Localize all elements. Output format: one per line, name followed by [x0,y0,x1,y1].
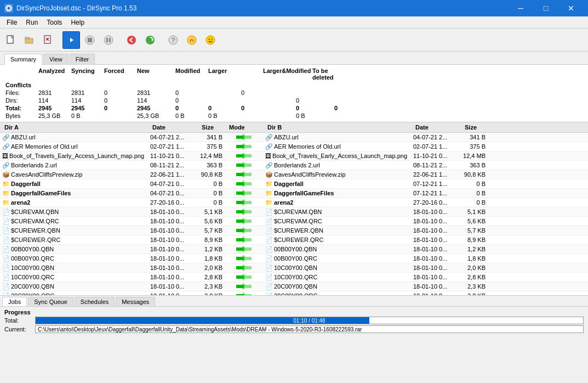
file-name-a: 📄10C00Y00.QRC [0,273,148,281]
file-size-b: 8,9 KB [460,236,488,244]
file-size-b: 2,8 KB [460,273,488,281]
table-row[interactable]: 📄$CUREWER.QRC 18-01-10 0... 8,9 KB 📄$CUR… [0,235,588,245]
file-size-a: 12,4 MB [197,152,225,160]
menu-help[interactable]: Help [66,18,89,27]
minimize-button[interactable]: ─ [508,0,533,16]
sync-arrow [225,198,263,207]
svg-marker-36 [243,199,252,206]
bottom-tab-schedules[interactable]: Schedules [75,297,115,306]
file-name-b: 📄10C00Y00.QRC [263,273,411,281]
col-date-a: Date [150,123,199,131]
tab-filter[interactable]: Filter [70,54,95,64]
file-name-a: 📄00B00Y00.QRC [0,255,148,263]
files-modified: 0 [174,89,207,97]
table-row[interactable]: 🔗AER Memories of Old.url 02-07-21 1... 3… [0,142,588,151]
file-size-a: 5,7 KB [197,227,225,234]
bottom-tab-messages[interactable]: Messages [116,297,155,306]
file-name-b: 📄$CUREVAM.QBN [263,208,411,216]
file-date-a: 11-10-21 0... [148,152,197,160]
table-row[interactable]: 📄20C00Y00.QBN 18-01-10 0... 2,3 KB 📄20C0… [0,282,588,291]
summary-grid: Analyzed Syncing Forced New Modified Lar… [4,67,584,89]
svg-point-20 [212,38,213,40]
table-row[interactable]: 🖼Book_of_Travels_Early_Access_Launch_map… [0,151,588,161]
sync-arrow [225,207,263,216]
file-date-b: 18-01-10 0... [411,227,460,234]
table-row[interactable]: 📄20C00Y00.QRC 18-01-10 0... 2,8 KB 📄20C0… [0,291,588,295]
svg-marker-24 [243,143,252,150]
menu-tools[interactable]: Tools [42,18,66,27]
table-row[interactable]: 📁DaggerfallGameFiles 04-07-21 0... 0 B 📁… [0,189,588,198]
tab-summary[interactable]: Summary [4,54,42,65]
app-icon [4,4,13,13]
file-size-b: 0 B [460,199,488,206]
maximize-button[interactable]: □ [533,0,558,16]
table-row[interactable]: 📄$CUREWER.QBN 18-01-10 0... 5,7 KB 📄$CUR… [0,226,588,235]
file-date-b: 11-10-21 0... [411,152,460,160]
bottom-tab-syncqueue[interactable]: Sync Queue [28,297,73,306]
col-size-b: Size [463,123,490,131]
table-row[interactable]: 📄00B00Y00.QRC 18-01-10 0... 1,8 KB 📄00B0… [0,254,588,263]
refresh-button[interactable] [141,31,159,49]
dirs-analyzed: 114 [37,97,70,104]
close-button[interactable]: ✕ [558,0,584,16]
sync-arrow [225,263,263,272]
file-name-a: 📁DaggerfallGameFiles [0,189,148,198]
sync-arrow [225,133,263,142]
stop-button[interactable] [81,31,99,49]
new-button[interactable] [2,31,20,49]
progress-area: Progress Total: 01:10 / 01:48 Current: C… [0,307,588,335]
svg-marker-22 [243,134,252,140]
svg-rect-9 [88,38,92,42]
open-button[interactable] [21,31,38,49]
col-date-b: Date [413,123,463,131]
svg-point-10 [104,36,113,44]
files-analyzed: 2831 [37,89,70,97]
table-row[interactable]: 📁Daggerfall 04-07-21 0... 0 B 📁Daggerfal… [0,179,588,189]
table-row[interactable]: 📄10C00Y00.QBN 18-01-10 0... 2,0 KB 📄10C0… [0,263,588,273]
table-row[interactable]: 📦CavesAndCliffsPreview.zip 22-06-21 1...… [0,170,588,179]
file-date-b: 08-11-21 2... [411,161,460,169]
table-row[interactable]: 🔗ABZU.url 04-07-21 2... 341 B 🔗ABZU.url … [0,133,588,142]
file-list-area: Dir A Date Size Mode Dir B Date Size 🔗AB… [0,122,588,295]
table-row[interactable]: 📄$CUREVAM.QRC 18-01-10 0... 5,6 KB 📄$CUR… [0,217,588,226]
bottom-tab-jobs[interactable]: Jobs [2,297,27,306]
menu-file[interactable]: File [2,18,21,27]
dirs-forced: 0 [103,97,136,104]
current-label: Current: [4,326,32,333]
summary-header-analyzed: Analyzed [37,67,70,81]
smiley-button[interactable] [202,31,219,49]
about-button[interactable] [183,31,201,49]
table-row[interactable]: 📄10C00Y00.QRC 18-01-10 0... 2,8 KB 📄10C0… [0,273,588,282]
file-name-b: 📄$CUREVAM.QRC [263,217,411,226]
run-button[interactable] [62,31,80,49]
svg-marker-32 [243,181,252,187]
file-list-body[interactable]: 🔗ABZU.url 04-07-21 2... 341 B 🔗ABZU.url … [0,133,588,295]
help-button[interactable]: ? [164,31,182,49]
bytes-largerm [240,112,295,120]
current-path-display: C:\Users\antoi\Desktop\Jeux\Daggerfall\D… [35,325,584,333]
menu-run[interactable]: Run [21,18,42,27]
sync-arrow [225,170,263,179]
pause-button[interactable] [100,31,117,49]
svg-rect-11 [106,38,108,42]
table-row[interactable]: 🔗Borderlands 2.url 08-11-21 2... 363 B 🔗… [0,161,588,170]
total-larger: 0 [207,104,240,112]
file-date-a: 18-01-10 0... [148,227,197,234]
file-size-b: 1,8 KB [460,255,488,262]
close-doc-button[interactable] [39,31,57,49]
total-syncing: 2945 [70,104,103,112]
table-row[interactable]: 📁arena2 27-20-16 0... 0 B 📁arena2 27-20-… [0,198,588,207]
dirs-conflicts [333,97,372,104]
file-date-b: 18-01-10 0... [411,292,460,295]
table-row[interactable]: 📄$CUREVAM.QBN 18-01-10 0... 5,1 KB 📄$CUR… [0,207,588,217]
tab-view[interactable]: View [43,54,68,64]
sync-arrow [225,217,263,226]
file-date-a: 18-01-10 0... [148,292,197,295]
file-size-a: 2,0 KB [197,264,225,272]
file-size-b: 0 B [460,189,488,197]
prev-button[interactable] [123,31,140,49]
file-size-b: 375 B [460,143,488,150]
svg-marker-26 [243,153,252,159]
table-row[interactable]: 📄00B00Y00.QBN 18-01-10 0... 1,2 KB 📄00B0… [0,245,588,254]
file-name-a: 📄$CUREVAM.QRC [0,217,148,226]
